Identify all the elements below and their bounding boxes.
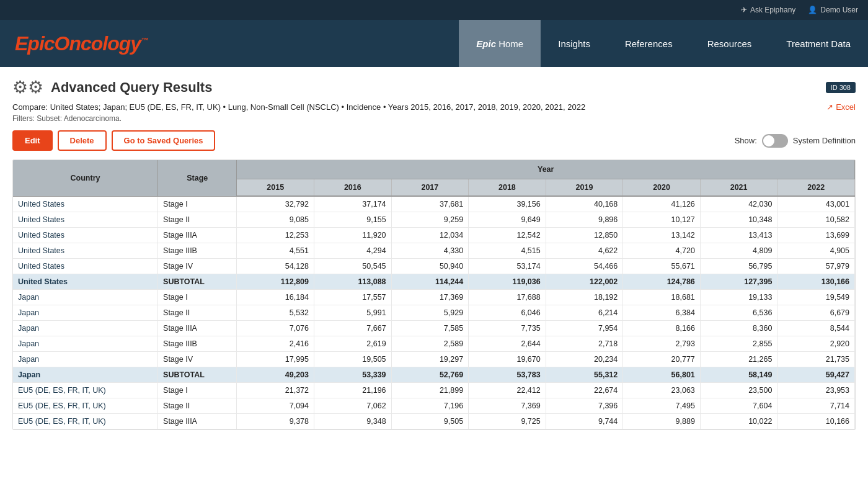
cell-value: 18,681 bbox=[623, 290, 701, 305]
cell-value: 32,792 bbox=[237, 196, 314, 212]
cell-value: 2,793 bbox=[623, 336, 701, 352]
cell-value: 17,369 bbox=[391, 290, 469, 305]
user-menu[interactable]: 👤 Demo User bbox=[808, 6, 858, 14]
cell-value: 50,940 bbox=[391, 259, 469, 274]
cell-value: 4,294 bbox=[314, 243, 392, 259]
cell-value: 130,166 bbox=[777, 274, 855, 290]
cell-value: 7,396 bbox=[546, 398, 623, 414]
cell-country: United States bbox=[13, 259, 158, 274]
cell-value: 4,330 bbox=[391, 243, 469, 259]
cell-stage: Stage IV bbox=[158, 259, 237, 274]
year-header-2018: 2018 bbox=[469, 179, 546, 197]
cell-value: 113,088 bbox=[314, 274, 392, 290]
id-badge: ID 308 bbox=[826, 82, 856, 93]
edit-button[interactable]: Edit bbox=[12, 130, 53, 151]
cell-value: 4,905 bbox=[777, 243, 855, 259]
data-table-wrapper: Country Stage Year 201520162017201820192… bbox=[12, 159, 856, 430]
cell-value: 5,929 bbox=[391, 305, 469, 321]
cell-value: 10,348 bbox=[700, 212, 777, 228]
cell-country: United States bbox=[13, 228, 158, 243]
cell-value: 21,899 bbox=[391, 383, 469, 398]
cell-value: 55,671 bbox=[623, 259, 701, 274]
cell-value: 7,495 bbox=[623, 398, 701, 414]
excel-label: Excel bbox=[836, 102, 856, 112]
cell-value: 22,674 bbox=[546, 383, 623, 398]
cell-value: 7,714 bbox=[777, 398, 855, 414]
cell-country: Japan bbox=[13, 352, 158, 367]
table-row: United StatesStage IIIA12,25311,92012,03… bbox=[13, 228, 855, 243]
table-row: United StatesStage II9,0859,1559,2599,64… bbox=[13, 212, 855, 228]
cell-value: 6,679 bbox=[777, 305, 855, 321]
toggle-knob bbox=[763, 135, 774, 146]
cell-value: 9,259 bbox=[391, 212, 469, 228]
cell-value: 23,500 bbox=[700, 383, 777, 398]
cell-country: United States bbox=[13, 196, 158, 212]
cell-value: 19,297 bbox=[391, 352, 469, 367]
cell-value: 2,718 bbox=[546, 336, 623, 352]
cell-value: 6,536 bbox=[700, 305, 777, 321]
cell-value: 19,670 bbox=[469, 352, 546, 367]
cell-value: 53,783 bbox=[469, 367, 546, 383]
table-row: JapanStage IIIB2,4162,6192,5892,6442,718… bbox=[13, 336, 855, 352]
filters-line: Filters: Subset: Adenocarcinoma. bbox=[12, 114, 856, 123]
cell-value: 10,127 bbox=[623, 212, 701, 228]
ask-epiphany-link[interactable]: ✈ Ask Epiphany bbox=[741, 6, 795, 14]
cell-stage: Stage IIIB bbox=[158, 243, 237, 259]
cell-value: 18,192 bbox=[546, 290, 623, 305]
cell-value: 9,649 bbox=[469, 212, 546, 228]
page-title: Advanced Query Results bbox=[51, 79, 212, 96]
cell-value: 122,002 bbox=[546, 274, 623, 290]
saved-queries-button[interactable]: Go to Saved Queries bbox=[112, 130, 216, 151]
cell-stage: Stage I bbox=[158, 196, 237, 212]
show-toggle-area: Show: System Definition bbox=[735, 134, 856, 148]
year-header-2020: 2020 bbox=[623, 179, 701, 197]
cell-stage: Stage IIIA bbox=[158, 321, 237, 336]
query-description-row: Compare: United States; Japan; EU5 (DE, … bbox=[12, 102, 856, 112]
cell-value: 9,744 bbox=[546, 414, 623, 429]
cell-country: Japan bbox=[13, 290, 158, 305]
cell-stage: Stage IIIB bbox=[158, 336, 237, 352]
nav-epic-home[interactable]: Epic Home bbox=[459, 20, 541, 67]
cell-value: 11,920 bbox=[314, 228, 392, 243]
cell-country: Japan bbox=[13, 367, 158, 383]
table-row: JapanStage II5,5325,9915,9296,0466,2146,… bbox=[13, 305, 855, 321]
cell-value: 19,505 bbox=[314, 352, 392, 367]
cell-value: 112,809 bbox=[237, 274, 314, 290]
main-nav: EpicOncology™ Epic Home Insights Referen… bbox=[0, 20, 868, 67]
cell-stage: Stage IV bbox=[158, 352, 237, 367]
cell-value: 9,505 bbox=[391, 414, 469, 429]
cell-value: 2,855 bbox=[700, 336, 777, 352]
cell-value: 8,166 bbox=[623, 321, 701, 336]
cell-value: 20,777 bbox=[623, 352, 701, 367]
cell-value: 37,681 bbox=[391, 196, 469, 212]
cell-value: 59,427 bbox=[777, 367, 855, 383]
delete-button[interactable]: Delete bbox=[58, 130, 107, 151]
cell-value: 4,720 bbox=[623, 243, 701, 259]
nav-insights[interactable]: Insights bbox=[541, 20, 608, 67]
cell-value: 119,036 bbox=[469, 274, 546, 290]
cell-value: 12,253 bbox=[237, 228, 314, 243]
cell-value: 4,551 bbox=[237, 243, 314, 259]
button-group: Edit Delete Go to Saved Queries bbox=[12, 130, 215, 151]
nav-resources[interactable]: Resources bbox=[690, 20, 769, 67]
excel-export-link[interactable]: ↗ Excel bbox=[826, 102, 856, 112]
nav-treatment-data[interactable]: Treatment Data bbox=[769, 20, 868, 67]
ask-epiphany-label: Ask Epiphany bbox=[750, 6, 795, 14]
cell-value: 4,809 bbox=[700, 243, 777, 259]
logo: EpicOncology™ bbox=[15, 32, 148, 55]
nav-references[interactable]: References bbox=[608, 20, 690, 67]
cell-value: 54,466 bbox=[546, 259, 623, 274]
cell-value: 127,395 bbox=[700, 274, 777, 290]
cell-value: 53,174 bbox=[469, 259, 546, 274]
cell-country: United States bbox=[13, 243, 158, 259]
cell-country: Japan bbox=[13, 321, 158, 336]
system-definition-toggle[interactable] bbox=[762, 134, 788, 148]
cell-value: 12,542 bbox=[469, 228, 546, 243]
cell-value: 6,046 bbox=[469, 305, 546, 321]
cell-value: 55,312 bbox=[546, 367, 623, 383]
table-row: United StatesStage IV54,12850,54550,9405… bbox=[13, 259, 855, 274]
table-row: EU5 (DE, ES, FR, IT, UK)Stage I21,37221,… bbox=[13, 383, 855, 398]
cell-value: 52,769 bbox=[391, 367, 469, 383]
cell-value: 50,545 bbox=[314, 259, 392, 274]
logo-tm: ™ bbox=[141, 36, 148, 45]
